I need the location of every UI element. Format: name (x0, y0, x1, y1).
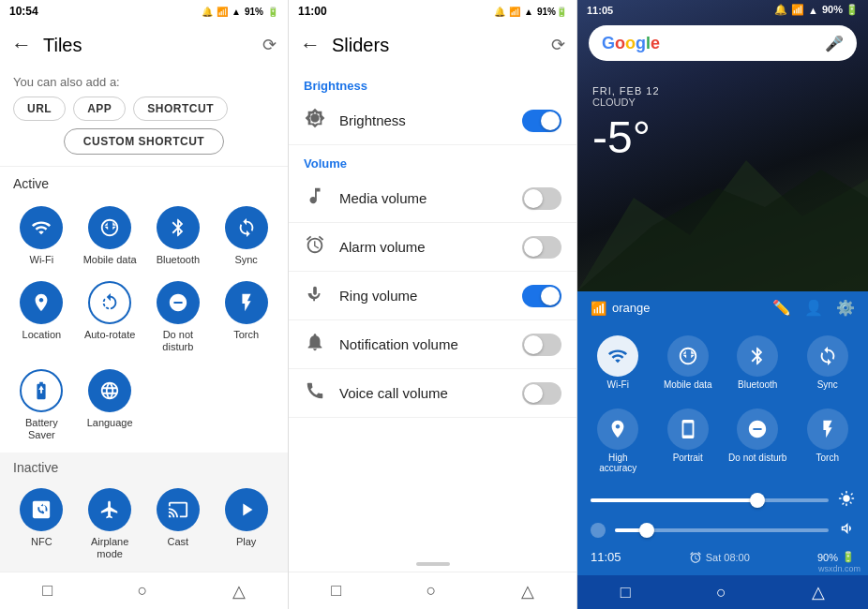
shortcut-button[interactable]: SHORTCUT (133, 97, 228, 121)
history-icon-2[interactable]: ⟳ (551, 35, 565, 55)
recents-nav-1[interactable]: △ (232, 581, 246, 602)
quick-location-label: High accuracy (589, 453, 648, 473)
settings-icon[interactable]: ⚙️ (836, 299, 855, 317)
lock-search-bar[interactable]: Google 🎤 (589, 25, 857, 61)
tile-play[interactable]: Play (212, 481, 280, 568)
slider-brightness: Brightness (289, 97, 576, 145)
notif-volume-toggle[interactable] (522, 334, 561, 356)
tile-nfc[interactable]: NFC (7, 481, 76, 568)
brightness-fill (591, 498, 757, 502)
tile-cast[interactable]: Cast (144, 481, 213, 568)
tile-dnd[interactable]: Do not disturb (144, 274, 213, 361)
custom-shortcut-button[interactable]: CUSTOM SHORTCUT (64, 128, 224, 155)
slider-alarm-volume: Alarm volume (289, 223, 576, 272)
mobile-data-icon (88, 206, 131, 249)
lock-time: 11:05 (587, 5, 613, 16)
home-nav-1[interactable]: □ (42, 581, 52, 601)
media-volume-toggle[interactable] (522, 187, 561, 210)
brightness-thumb[interactable] (750, 493, 765, 508)
alarm-icon: 🔔 (202, 7, 213, 17)
tile-torch[interactable]: Torch (212, 274, 280, 361)
active-section-label: Active (0, 167, 288, 195)
quick-tiles-grid: Wi-Fi Mobile data Bluetooth (577, 324, 868, 484)
torch-icon (225, 281, 268, 324)
tile-sync[interactable]: Sync (212, 199, 280, 274)
tile-battery-saver[interactable]: Battery Saver (7, 362, 76, 449)
tile-language[interactable]: Language (76, 362, 144, 449)
tile-bluetooth[interactable]: Bluetooth (144, 199, 213, 274)
quick-torch-icon (807, 408, 848, 450)
tile-wifi[interactable]: Wi-Fi (7, 199, 76, 274)
lock-battery: 90% 🔋 (822, 4, 859, 16)
tile-nfc-label: NFC (31, 536, 52, 548)
volume-track[interactable] (615, 528, 829, 532)
back-button-1[interactable]: ← (11, 33, 32, 57)
carrier-signal-icon: 📶 (591, 301, 606, 316)
recents-nav-3[interactable]: △ (812, 582, 825, 602)
brightness-label: Brightness (339, 112, 509, 128)
tiles-title: Tiles (43, 35, 251, 56)
tile-cast-label: Cast (168, 536, 189, 548)
recents-nav-2[interactable]: △ (521, 581, 534, 602)
tile-battery-saver-label: Battery Saver (11, 417, 72, 441)
lock-wifi: ▲ (808, 5, 818, 16)
nav-bar-2: □ ○ △ (289, 572, 576, 609)
person-icon[interactable]: 👤 (804, 299, 823, 317)
mic-icon[interactable]: 🎤 (825, 35, 844, 52)
add-section-label: You can also add a: (13, 75, 275, 89)
brightness-slider-row (577, 484, 868, 516)
volume-thumb[interactable] (639, 523, 654, 538)
tile-torch-label: Torch (233, 329, 259, 341)
quick-tile-location[interactable]: High accuracy (585, 401, 651, 481)
volume-speaker-icon (838, 520, 855, 541)
notif-alarm-label: Sat 08:00 (689, 551, 750, 564)
quick-portrait-icon (667, 408, 709, 450)
alarm-volume-toggle[interactable] (522, 236, 561, 259)
nav-bar-1: □ ○ △ (0, 572, 288, 609)
add-section: You can also add a: URL APP SHORTCUT CUS… (0, 67, 288, 167)
back-nav-1[interactable]: ○ (137, 581, 147, 601)
brightness-icon (304, 108, 326, 133)
slider-voice-volume: Voice call volume (289, 369, 576, 418)
quick-tile-wifi[interactable]: Wi-Fi (585, 328, 651, 397)
back-button-2[interactable]: ← (300, 33, 321, 57)
wifi-icon (20, 206, 63, 249)
tiles-top-bar: ← Tiles ⟳ (0, 22, 288, 67)
lock-screen: 11:05 🔔 📶 ▲ 90% 🔋 Google 🎤 FRI, FEB 12 C… (577, 0, 868, 291)
auto-rotate-icon (88, 281, 131, 324)
history-icon-1[interactable]: ⟳ (262, 35, 277, 55)
ring-volume-toggle[interactable] (522, 285, 561, 307)
status-icons-1: 🔔 📶 ▲ 91% 🔋 (202, 7, 278, 17)
slider-ring-volume: Ring volume (289, 272, 576, 320)
quick-tile-torch[interactable]: Torch (795, 401, 861, 481)
tile-mobile-data[interactable]: Mobile data (76, 199, 144, 274)
carrier-info: 📶 orange (591, 301, 650, 316)
tile-airplane[interactable]: Airplane mode (76, 481, 144, 568)
brightness-toggle[interactable] (522, 110, 561, 132)
quick-tile-dnd[interactable]: Do not disturb (725, 401, 791, 481)
quick-tile-bluetooth[interactable]: Bluetooth (725, 328, 791, 397)
voice-volume-toggle[interactable] (522, 382, 561, 405)
home-nav-3[interactable]: □ (621, 583, 631, 602)
brightness-track[interactable] (591, 498, 829, 502)
alarm-volume-icon (304, 234, 326, 260)
sync-icon (225, 206, 268, 249)
quick-tile-mobile[interactable]: Mobile data (655, 328, 722, 397)
back-nav-2[interactable]: ○ (426, 581, 436, 601)
notif-time-row: 11:05 Sat 08:00 90% 🔋 (577, 544, 868, 564)
tile-location[interactable]: Location (7, 274, 76, 361)
status-bar-1: 10:54 🔔 📶 ▲ 91% 🔋 (0, 0, 288, 22)
language-icon (88, 369, 131, 412)
url-button[interactable]: URL (13, 97, 66, 121)
home-nav-2[interactable]: □ (331, 581, 341, 601)
quick-tile-portrait[interactable]: Portrait (655, 401, 722, 481)
tile-play-label: Play (236, 536, 256, 548)
back-nav-3[interactable]: ○ (716, 583, 726, 602)
quick-location-icon (597, 408, 638, 450)
notif-time-label: 11:05 (591, 550, 621, 564)
inactive-section-label: Inactive (0, 453, 288, 477)
app-button[interactable]: APP (73, 97, 126, 121)
tile-auto-rotate[interactable]: Auto-rotate (76, 274, 144, 361)
edit-icon[interactable]: ✏️ (772, 299, 791, 317)
quick-tile-sync[interactable]: Sync (795, 328, 861, 397)
